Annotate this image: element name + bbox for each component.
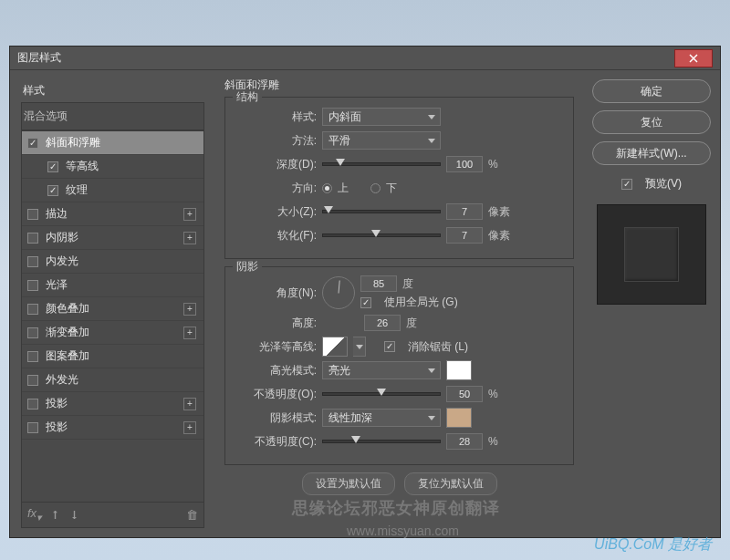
depth-input[interactable] bbox=[446, 156, 483, 172]
direction-down-label: 下 bbox=[386, 181, 397, 196]
add-effect-button[interactable]: + bbox=[183, 327, 196, 339]
checkbox[interactable] bbox=[27, 351, 38, 362]
style-item-bevel[interactable]: 斜面和浮雕 bbox=[22, 131, 203, 155]
highlight-opacity-slider[interactable] bbox=[322, 392, 441, 396]
cancel-button[interactable]: 复位 bbox=[592, 110, 711, 134]
shadow-color-swatch[interactable] bbox=[446, 408, 472, 428]
reset-default-button[interactable]: 复位为默认值 bbox=[404, 472, 497, 495]
close-button[interactable] bbox=[674, 49, 713, 67]
style-item-label: 描边 bbox=[46, 206, 68, 222]
watermark-text: 思缘论坛邪恶女神原创翻译 bbox=[292, 497, 500, 519]
shadow-opacity-input[interactable] bbox=[446, 433, 483, 450]
gloss-contour-dropdown[interactable] bbox=[353, 337, 366, 357]
checkbox[interactable] bbox=[27, 327, 38, 338]
direction-label: 方向: bbox=[235, 181, 317, 196]
direction-up-radio[interactable] bbox=[322, 183, 332, 193]
style-item-color-overlay[interactable]: 颜色叠加+ bbox=[22, 297, 203, 321]
angle-input[interactable] bbox=[360, 275, 397, 292]
antialias-checkbox[interactable] bbox=[384, 341, 395, 352]
checkbox[interactable] bbox=[27, 304, 38, 315]
action-panel: 确定 复位 新建样式(W)... 预览(V) bbox=[583, 70, 720, 537]
style-item-label: 斜面和浮雕 bbox=[46, 135, 100, 150]
watermark-logo: UiBQ.CoM 是好者 bbox=[594, 535, 712, 555]
add-effect-button[interactable]: + bbox=[183, 232, 196, 244]
style-item-inner-glow[interactable]: 内发光 bbox=[22, 250, 203, 274]
shadow-mode-label: 阴影模式: bbox=[235, 410, 317, 426]
highlight-opacity-input[interactable] bbox=[446, 386, 483, 402]
checkbox[interactable] bbox=[27, 399, 38, 410]
style-item-label: 纹理 bbox=[66, 182, 88, 198]
style-item-drop-shadow[interactable]: 投影+ bbox=[22, 392, 203, 416]
style-item-pattern-overlay[interactable]: 图案叠加 bbox=[22, 345, 203, 368]
layer-style-dialog: 图层样式 样式 混合选项 斜面和浮雕 等高线 纹理 描边+ 内阴影+ 内发光 光… bbox=[9, 46, 721, 538]
dialog-body: 样式 混合选项 斜面和浮雕 等高线 纹理 描边+ 内阴影+ 内发光 光泽 颜色叠… bbox=[10, 70, 720, 537]
size-input[interactable] bbox=[446, 203, 483, 220]
style-item-texture[interactable]: 纹理 bbox=[22, 179, 203, 202]
angle-control[interactable] bbox=[322, 276, 355, 309]
dialog-title: 图层样式 bbox=[17, 50, 674, 66]
settings-panel: 斜面和浮雕 结构 样式: 内斜面 方法: 平滑 深度(D): % bbox=[215, 70, 583, 537]
direction-down-radio[interactable] bbox=[370, 183, 381, 193]
preview-checkbox[interactable] bbox=[621, 179, 632, 190]
highlight-color-swatch[interactable] bbox=[446, 360, 472, 380]
style-item-label: 等高线 bbox=[66, 159, 99, 174]
checkbox[interactable] bbox=[27, 209, 38, 220]
checkbox[interactable] bbox=[27, 256, 38, 267]
soften-slider[interactable] bbox=[322, 233, 441, 237]
style-item-stroke[interactable]: 描边+ bbox=[22, 202, 203, 226]
checkbox[interactable] bbox=[27, 138, 38, 149]
add-effect-button[interactable]: + bbox=[183, 398, 196, 410]
styles-panel: 样式 混合选项 斜面和浮雕 等高线 纹理 描边+ 内阴影+ 内发光 光泽 颜色叠… bbox=[10, 70, 215, 537]
style-select[interactable]: 内斜面 bbox=[322, 108, 441, 126]
shadow-opacity-slider[interactable] bbox=[322, 440, 441, 443]
styles-label: 样式 bbox=[21, 79, 204, 102]
style-item-gradient-overlay[interactable]: 渐变叠加+ bbox=[22, 321, 203, 345]
trash-icon[interactable]: 🗑 bbox=[186, 508, 198, 522]
shadow-opacity-label: 不透明度(C): bbox=[235, 434, 317, 450]
make-default-button[interactable]: 设置为默认值 bbox=[302, 472, 395, 495]
style-item-outer-glow[interactable]: 外发光 bbox=[22, 368, 203, 392]
add-effect-button[interactable]: + bbox=[183, 303, 196, 316]
add-effect-button[interactable]: + bbox=[183, 421, 196, 434]
style-item-label: 渐变叠加 bbox=[46, 325, 89, 340]
angle-label: 角度(N): bbox=[235, 285, 317, 301]
altitude-unit: 度 bbox=[406, 316, 417, 331]
checkbox[interactable] bbox=[47, 161, 58, 172]
style-item-contour[interactable]: 等高线 bbox=[22, 155, 203, 179]
checkbox[interactable] bbox=[27, 375, 38, 386]
depth-slider[interactable] bbox=[322, 162, 441, 166]
move-down-icon[interactable]: 🠗 bbox=[69, 510, 79, 521]
angle-unit: 度 bbox=[402, 276, 413, 292]
highlight-opacity-unit: % bbox=[488, 388, 498, 400]
shadow-group-label: 阴影 bbox=[233, 259, 262, 275]
depth-unit: % bbox=[488, 158, 498, 171]
gloss-contour-swatch[interactable] bbox=[322, 337, 348, 357]
altitude-label: 高度: bbox=[235, 316, 317, 331]
checkbox[interactable] bbox=[27, 233, 38, 244]
style-item-label: 投影 bbox=[46, 420, 68, 435]
new-style-button[interactable]: 新建样式(W)... bbox=[592, 141, 711, 165]
checkbox[interactable] bbox=[27, 280, 38, 291]
size-slider[interactable] bbox=[322, 210, 441, 213]
style-list: 斜面和浮雕 等高线 纹理 描边+ 内阴影+ 内发光 光泽 颜色叠加+ 渐变叠加+… bbox=[21, 130, 204, 503]
fx-icon[interactable]: fx▾ bbox=[27, 506, 41, 524]
checkbox[interactable] bbox=[47, 185, 58, 196]
checkbox[interactable] bbox=[27, 422, 38, 433]
style-item-satin[interactable]: 光泽 bbox=[22, 274, 203, 297]
style-item-label: 颜色叠加 bbox=[46, 301, 89, 316]
global-light-checkbox[interactable] bbox=[360, 297, 371, 308]
soften-input[interactable] bbox=[446, 227, 483, 244]
shadow-mode-select[interactable]: 线性加深 bbox=[322, 409, 441, 427]
blending-options[interactable]: 混合选项 bbox=[21, 102, 204, 130]
move-up-icon[interactable]: 🠕 bbox=[50, 510, 60, 521]
style-item-inner-shadow[interactable]: 内阴影+ bbox=[22, 226, 203, 250]
highlight-mode-select[interactable]: 亮光 bbox=[322, 361, 441, 379]
style-item-label: 内阴影 bbox=[46, 230, 78, 245]
titlebar[interactable]: 图层样式 bbox=[10, 47, 720, 70]
technique-label: 方法: bbox=[235, 133, 317, 149]
style-item-drop-shadow-2[interactable]: 投影+ bbox=[22, 416, 203, 440]
add-effect-button[interactable]: + bbox=[183, 208, 196, 221]
altitude-input[interactable] bbox=[364, 315, 401, 331]
ok-button[interactable]: 确定 bbox=[592, 79, 711, 103]
technique-select[interactable]: 平滑 bbox=[322, 131, 441, 150]
